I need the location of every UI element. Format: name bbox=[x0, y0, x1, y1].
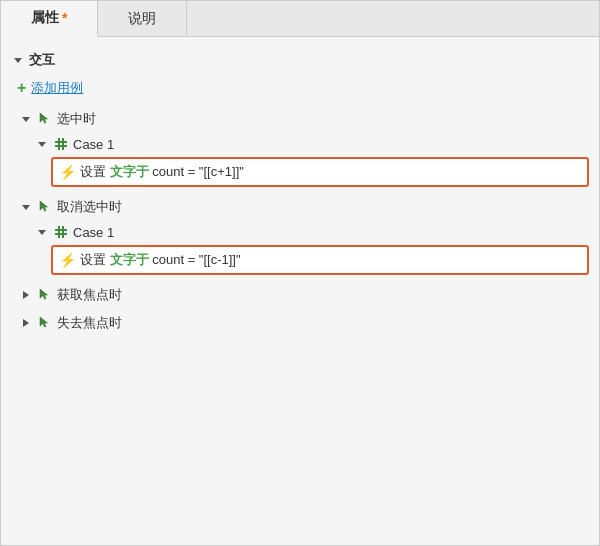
tab-description[interactable]: 说明 bbox=[98, 1, 187, 36]
svg-rect-2 bbox=[58, 138, 60, 150]
tree-row-on-focus[interactable]: 获取焦点时 bbox=[11, 283, 589, 307]
svg-rect-6 bbox=[58, 226, 60, 238]
tree-label-on-blur: 失去焦点时 bbox=[57, 314, 122, 332]
tab-properties-label: 属性 bbox=[31, 9, 59, 27]
tree-item-on-blur: 失去焦点时 bbox=[11, 309, 589, 337]
tab-description-label: 说明 bbox=[128, 10, 156, 28]
tree-label-on-deselect: 取消选中时 bbox=[57, 198, 122, 216]
action-row-count-minus[interactable]: ⚡ 设置 文字于 count = "[[c-1]]" bbox=[51, 245, 589, 275]
tab-bar: 属性 * 说明 bbox=[1, 1, 599, 37]
cursor-icon-on-blur bbox=[37, 315, 53, 331]
svg-rect-1 bbox=[55, 145, 67, 147]
tree-label-on-select: 选中时 bbox=[57, 110, 96, 128]
svg-rect-0 bbox=[55, 141, 67, 143]
chevron-right-icon bbox=[23, 319, 29, 327]
tree-row-on-blur[interactable]: 失去焦点时 bbox=[11, 311, 589, 335]
tree-chevron-case1-deselect bbox=[35, 225, 49, 239]
tree-item-case1-deselect: Case 1 ⚡ 设置 文字于 count = "[[c-1]]" bbox=[11, 219, 589, 279]
tree-item-on-deselect: 取消选中时 Case 1 bbox=[11, 193, 589, 281]
action-text-before-plus: 设置 bbox=[80, 164, 110, 179]
cursor-icon-on-focus bbox=[37, 287, 53, 303]
cursor-icon-on-select bbox=[37, 111, 53, 127]
action-highlight-plus: 文字于 bbox=[110, 164, 149, 179]
add-usecase-row[interactable]: + 添加用例 bbox=[11, 75, 589, 101]
action-row-count-plus[interactable]: ⚡ 设置 文字于 count = "[[c+1]]" bbox=[51, 157, 589, 187]
action-text-minus: 设置 文字于 count = "[[c-1]]" bbox=[80, 251, 241, 269]
svg-rect-5 bbox=[55, 233, 67, 235]
tree-row-case1-select[interactable]: Case 1 bbox=[11, 133, 589, 155]
chevron-down-icon bbox=[38, 142, 46, 147]
tree-row-case1-deselect[interactable]: Case 1 bbox=[11, 221, 589, 243]
lightning-icon-minus: ⚡ bbox=[59, 252, 76, 268]
tree-chevron-on-select bbox=[19, 112, 33, 126]
tree-chevron-on-focus bbox=[19, 288, 33, 302]
tab-properties[interactable]: 属性 * bbox=[1, 1, 98, 37]
section-title: 交互 bbox=[29, 51, 55, 69]
case-icon-deselect bbox=[53, 224, 69, 240]
tree-chevron-case1-select bbox=[35, 137, 49, 151]
chevron-down-icon bbox=[22, 205, 30, 210]
chevron-right-icon bbox=[23, 291, 29, 299]
lightning-icon-plus: ⚡ bbox=[59, 164, 76, 180]
svg-rect-7 bbox=[62, 226, 64, 238]
section-chevron bbox=[11, 53, 25, 67]
tree-row-on-deselect[interactable]: 取消选中时 bbox=[11, 195, 589, 219]
case-icon-select bbox=[53, 136, 69, 152]
section-interaction[interactable]: 交互 bbox=[11, 45, 589, 75]
tree-label-case1-deselect: Case 1 bbox=[73, 225, 114, 240]
tree-label-case1-select: Case 1 bbox=[73, 137, 114, 152]
action-text-after-minus: count = "[[c-1]]" bbox=[149, 252, 241, 267]
add-icon: + bbox=[17, 80, 26, 96]
action-highlight-minus: 文字于 bbox=[110, 252, 149, 267]
cursor-icon-on-deselect bbox=[37, 199, 53, 215]
chevron-down-icon bbox=[14, 58, 22, 63]
tree-row-on-select[interactable]: 选中时 bbox=[11, 107, 589, 131]
chevron-down-icon bbox=[22, 117, 30, 122]
tab-properties-asterisk: * bbox=[62, 10, 67, 26]
tree-chevron-on-deselect bbox=[19, 200, 33, 214]
tree-chevron-on-blur bbox=[19, 316, 33, 330]
svg-rect-3 bbox=[62, 138, 64, 150]
action-text-plus: 设置 文字于 count = "[[c+1]]" bbox=[80, 163, 244, 181]
tree-item-on-focus: 获取焦点时 bbox=[11, 281, 589, 309]
chevron-down-icon bbox=[38, 230, 46, 235]
action-text-before-minus: 设置 bbox=[80, 252, 110, 267]
properties-content: 交互 + 添加用例 选中时 bbox=[1, 37, 599, 545]
tree-item-on-select: 选中时 Case 1 bbox=[11, 105, 589, 193]
tree-label-on-focus: 获取焦点时 bbox=[57, 286, 122, 304]
add-usecase-label: 添加用例 bbox=[31, 79, 83, 97]
action-text-after-plus: count = "[[c+1]]" bbox=[149, 164, 244, 179]
main-container: 属性 * 说明 交互 + 添加用例 bbox=[0, 0, 600, 546]
tree-item-case1-select: Case 1 ⚡ 设置 文字于 count = "[[c+1]]" bbox=[11, 131, 589, 191]
svg-rect-4 bbox=[55, 229, 67, 231]
